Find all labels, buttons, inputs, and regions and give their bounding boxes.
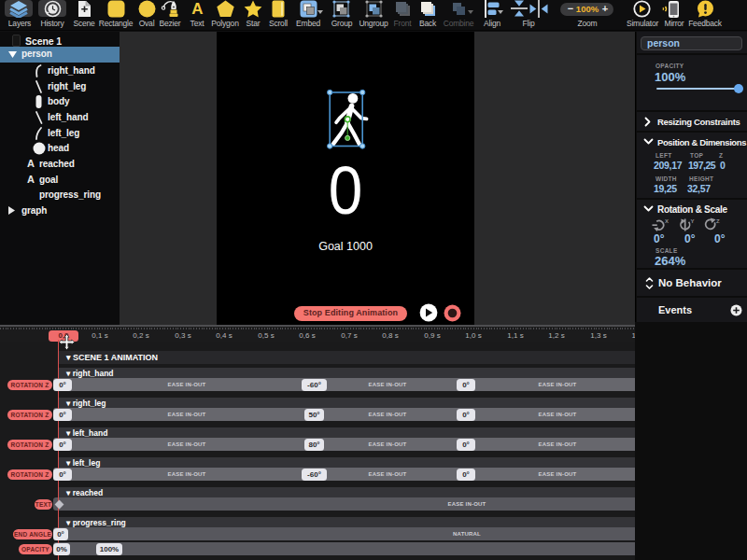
svg-text:Z: Z — [716, 218, 720, 224]
svg-text:Y: Y — [691, 218, 695, 224]
svg-text:X: X — [665, 218, 669, 224]
